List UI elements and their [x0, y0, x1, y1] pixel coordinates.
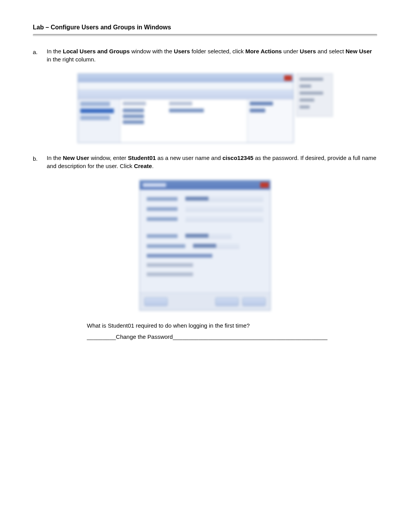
- action-line: [250, 109, 265, 112]
- close-icon: [260, 182, 269, 188]
- description-input: [185, 217, 263, 221]
- step-b-t8: Create: [134, 163, 152, 169]
- answer-prefix-blank: _________: [87, 333, 116, 340]
- step-a-t10: New User: [346, 48, 372, 54]
- help-button: [144, 297, 168, 306]
- lug-tree: [78, 99, 120, 143]
- step-b-letter: b.: [33, 154, 40, 172]
- step-b: b. In the New User window, enter Student…: [33, 154, 377, 172]
- close-button: [242, 297, 266, 306]
- title-rule: [33, 34, 377, 36]
- figure-b-wrap: [33, 180, 377, 311]
- menu-item: [300, 78, 324, 81]
- description-row: [147, 217, 263, 221]
- menu-item: [300, 92, 324, 95]
- local-users-groups-screenshot: [78, 73, 333, 143]
- description-label: [147, 217, 178, 221]
- step-a-t8: Users: [300, 48, 316, 54]
- step-a-letter: a.: [33, 47, 40, 65]
- figure-a-wrap: [33, 73, 377, 143]
- nu-title-text: [143, 183, 166, 187]
- confirm-row: [147, 244, 263, 248]
- context-menu: [296, 73, 333, 117]
- list-row: [123, 120, 144, 124]
- step-b-t2: New User: [63, 155, 89, 161]
- list-row: [123, 109, 144, 112]
- password-row: [147, 234, 263, 238]
- close-icon: [284, 75, 292, 81]
- col-header: [123, 102, 146, 105]
- username-label: [147, 197, 178, 201]
- step-a-text: In the Local Users and Groups window wit…: [47, 47, 377, 65]
- lug-titlebar: [78, 74, 293, 82]
- password-label: [147, 234, 178, 238]
- step-a-t11: in the right column.: [47, 56, 96, 63]
- lug-body: [78, 99, 293, 143]
- new-user-dialog-screenshot: [139, 180, 271, 311]
- step-b-t4: Student01: [128, 155, 156, 161]
- cannot-change-check: [147, 263, 193, 267]
- tree-row-selected: [80, 109, 114, 113]
- step-a: a. In the Local Users and Groups window …: [33, 47, 377, 65]
- step-b-t3: window, enter: [89, 155, 128, 161]
- step-a-t1: In the: [47, 48, 63, 54]
- lug-window: [78, 73, 294, 143]
- tree-row: [80, 116, 110, 120]
- step-a-t5: folder selected, click: [190, 48, 245, 54]
- tree-row: [80, 102, 110, 106]
- lug-actions-pane: [247, 99, 293, 143]
- step-b-t6: cisco12345: [222, 155, 253, 161]
- menu-item: [300, 99, 315, 102]
- step-b-t9: .: [152, 163, 154, 169]
- fullname-row: [147, 207, 263, 211]
- must-change-check: [147, 254, 212, 258]
- answer-text: Change the Password: [116, 333, 173, 340]
- confirm-label: [147, 244, 185, 248]
- username-input: [185, 197, 263, 201]
- password-input: [185, 234, 232, 238]
- page-title: Lab – Configure Users and Groups in Wind…: [33, 23, 377, 34]
- menu-item: [300, 105, 310, 109]
- list-row: [169, 109, 204, 112]
- step-a-t2: Local Users and Groups: [63, 48, 130, 54]
- menu-item: [300, 85, 312, 88]
- nu-footer: [140, 292, 270, 310]
- lug-list: [120, 99, 247, 143]
- step-a-t9: and select: [316, 48, 346, 54]
- question-text: What is Student01 required to do when lo…: [87, 321, 377, 330]
- answer-line: _________Change the Password____________…: [87, 333, 377, 341]
- step-b-text: In the New User window, enter Student01 …: [47, 154, 377, 172]
- nu-titlebar: [140, 180, 270, 190]
- fullname-label: [147, 207, 178, 211]
- step-a-t6: More Actions: [245, 48, 281, 54]
- step-b-t1: In the: [47, 155, 63, 161]
- never-expire-check: [147, 272, 193, 276]
- create-button: [215, 297, 239, 306]
- lug-toolbar: [78, 90, 293, 99]
- confirm-input: [193, 244, 239, 248]
- col-header: [169, 102, 192, 105]
- username-row: [147, 197, 263, 201]
- nu-body: [140, 190, 270, 292]
- fullname-input: [185, 207, 263, 211]
- action-line: [250, 102, 273, 105]
- step-a-t4: Users: [174, 48, 190, 54]
- lug-menubar: [78, 82, 293, 90]
- step-a-t7: under: [282, 48, 300, 54]
- answer-suffix-blank: ________________________________________…: [173, 333, 327, 340]
- step-b-t5: as a new user name and: [156, 155, 223, 161]
- step-a-t3: window with the: [130, 48, 174, 54]
- list-row: [123, 114, 144, 118]
